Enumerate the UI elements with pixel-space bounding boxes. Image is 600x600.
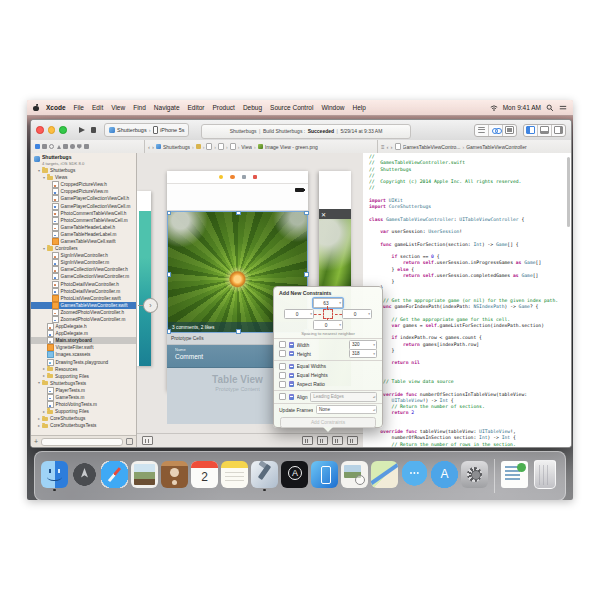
update-frames-dropdown[interactable]: None <box>316 405 377 415</box>
file-row-images-xcassets[interactable]: Images.xcassets <box>31 351 136 358</box>
file-row-coreshutterbugs[interactable]: ▸CoreShutterbugs <box>31 415 136 422</box>
exit-icon[interactable] <box>253 175 257 179</box>
file-row-shutterbugs[interactable]: ▾Shutterbugs <box>31 167 136 174</box>
file-row-photodetailviewcontroller-m[interactable]: PhotoDetailViewController.m <box>31 288 136 295</box>
dock-item-preview[interactable] <box>341 461 368 491</box>
back-button[interactable]: ‹ <box>148 144 150 150</box>
file-row-appdelegate-m[interactable]: AppDelegate.m <box>31 330 136 337</box>
dock-item-notes[interactable] <box>221 461 248 491</box>
wifi-icon[interactable] <box>490 104 498 112</box>
file-row-gamecollectionviewcontroller-h[interactable]: GameCollectionViewController.h <box>31 266 136 273</box>
width-checkbox[interactable] <box>279 341 286 348</box>
selection-handle[interactable] <box>167 211 172 216</box>
file-row-signinviewcontroller-h[interactable]: SignInViewController.h <box>31 252 136 259</box>
collapsed-segment-icon[interactable] <box>206 143 212 150</box>
standard-editor-button[interactable] <box>475 125 489 136</box>
issues-navigator-icon[interactable] <box>57 145 61 149</box>
scrollbar[interactable] <box>567 157 570 227</box>
file-row-vignettefilter-swift[interactable]: VignetteFilter.swift <box>31 344 136 351</box>
file-row-photodetailviewcontroller-h[interactable]: PhotoDetailViewController.h <box>31 281 136 288</box>
equal-widths-checkbox[interactable] <box>279 363 286 370</box>
file-row-croppedpictureview-h[interactable]: CroppedPictureView.h <box>31 181 136 188</box>
menu-item-debug[interactable]: Debug <box>243 104 262 111</box>
adjacent-scene-left[interactable] <box>137 191 151 366</box>
dock-item-document[interactable] <box>501 461 528 491</box>
menu-item-file[interactable]: File <box>74 104 84 111</box>
dock-item-xcode[interactable] <box>251 461 278 491</box>
file-row-photocommenttableviewcell-h[interactable]: PhotoCommentTableViewCell.h <box>31 210 136 217</box>
height-checkbox[interactable] <box>279 350 286 357</box>
dock-item-launchpad[interactable] <box>71 461 98 491</box>
menu-item-product[interactable]: Product <box>212 104 234 111</box>
zoom-window-button[interactable] <box>59 126 67 134</box>
collapsed-segment-icon[interactable] <box>218 143 224 150</box>
equal-heights-checkbox[interactable] <box>279 372 286 379</box>
breakpoints-navigator-icon[interactable] <box>77 144 82 149</box>
minimize-window-button[interactable] <box>48 126 56 134</box>
jump-segment[interactable]: View <box>241 144 252 150</box>
project-row[interactable]: Shutterbugs 4 targets, iOS SDK 8.0 <box>31 153 136 167</box>
pin-button[interactable] <box>332 436 343 445</box>
file-row-photocommenttableviewcell-m[interactable]: PhotoCommentTableViewCell.m <box>31 217 136 224</box>
dock-item-calendar[interactable]: 2 <box>191 461 218 491</box>
collapsed-segment-icon[interactable] <box>230 143 236 150</box>
dock-item-contacts[interactable] <box>161 461 188 491</box>
dock-item-photos[interactable] <box>131 461 158 491</box>
file-row-photolistviewcontroller-swift[interactable]: PhotoListViewController.swift <box>31 295 136 302</box>
close-button-bar[interactable]: ✕ <box>319 209 351 219</box>
file-row-gameplayercollectionviewcell-h[interactable]: GamePlayerCollectionViewCell.h <box>31 195 136 202</box>
file-row-gameplayercollectionviewcell-m[interactable]: GamePlayerCollectionViewCell.m <box>31 202 136 209</box>
file-row-main-storyboard[interactable]: Main.storyboard <box>31 337 136 344</box>
file-row-gametableheaderlabel-h[interactable]: GameTableHeaderLabel.h <box>31 224 136 231</box>
swift-source-code[interactable]: //// GamesTableViewController.swift// Sh… <box>369 154 567 447</box>
file-row-gamecollectionviewcontroller-m[interactable]: GameCollectionViewController.m <box>31 273 136 280</box>
dock-item-safari[interactable] <box>101 461 128 491</box>
dock-item-developer[interactable] <box>281 461 308 491</box>
selection-handle[interactable] <box>304 211 309 216</box>
selection-handle[interactable] <box>167 329 172 334</box>
close-window-button[interactable] <box>36 126 44 134</box>
selection-handle[interactable] <box>304 272 309 277</box>
aspect-ratio-checkbox[interactable] <box>279 381 286 388</box>
storyboard-jump-bar[interactable]: ‹›Shutterbugs›››››View›Image View - gree… <box>145 140 378 153</box>
spotlight-icon[interactable] <box>546 104 554 112</box>
back-button[interactable]: ‹ <box>387 144 389 150</box>
assistant-editor[interactable]: //// GamesTableViewController.swift// Sh… <box>363 153 571 447</box>
filter-options-button[interactable] <box>126 438 133 445</box>
file-row-appdelegate-h[interactable]: AppDelegate.h <box>31 323 136 330</box>
bottom-spacing-field[interactable]: 0 <box>313 320 343 330</box>
menu-item-source-control[interactable]: Source Control <box>270 104 313 111</box>
add-file-button[interactable]: + <box>34 438 38 445</box>
jump-segment[interactable]: GamesTableViewContro... <box>403 144 461 150</box>
resolve-button[interactable] <box>347 436 358 445</box>
file-row-supporting-files[interactable]: ▸Supporting Files <box>31 373 136 380</box>
align-dropdown[interactable]: Leading Edges <box>310 392 377 402</box>
file-row-shutterbugstests[interactable]: ▾ShutterbugsTests <box>31 380 136 387</box>
dock-item-simulator[interactable] <box>311 461 338 491</box>
menu-item-find[interactable]: Find <box>133 104 146 111</box>
project-navigator-icon[interactable] <box>35 144 40 149</box>
toggle-utilities-button[interactable] <box>552 125 565 136</box>
filter-field[interactable] <box>41 438 123 446</box>
file-row-croppedpictureview-m[interactable]: CroppedPictureView.m <box>31 188 136 195</box>
file-row-gametableheaderlabel-m[interactable]: GameTableHeaderLabel.m <box>31 231 136 238</box>
version-editor-button[interactable] <box>503 125 516 136</box>
menu-item-xcode[interactable]: Xcode <box>46 104 66 111</box>
file-row-supporting-files[interactable]: ▸Supporting Files <box>31 408 136 415</box>
symbols-navigator-icon[interactable] <box>42 144 47 149</box>
search-navigator-icon[interactable] <box>49 144 54 149</box>
align-button[interactable] <box>317 436 328 445</box>
file-row-playertests-m[interactable]: PlayerTests.m <box>31 387 136 394</box>
file-row-gamestableviewcontroller-swift[interactable]: GamesTableViewController.swift <box>31 302 136 309</box>
run-button[interactable] <box>79 127 85 133</box>
assistant-editor-button[interactable] <box>489 125 503 136</box>
clock[interactable]: Mon 9:41 AM <box>503 104 541 111</box>
trailing-spacing-field[interactable]: 0 <box>342 309 372 319</box>
menu-item-window[interactable]: Window <box>321 104 344 111</box>
reports-navigator-icon[interactable] <box>84 144 89 149</box>
file-row-views[interactable]: ▾Views <box>31 174 136 181</box>
collapsed-segment-icon[interactable] <box>196 144 201 149</box>
jump-segment[interactable]: GamesTableViewController <box>466 144 527 150</box>
assistant-jump-bar[interactable]: ≡‹›GamesTableViewContro...›GamesTableVie… <box>378 140 571 153</box>
file-row-gametests-m[interactable]: GameTests.m <box>31 394 136 401</box>
